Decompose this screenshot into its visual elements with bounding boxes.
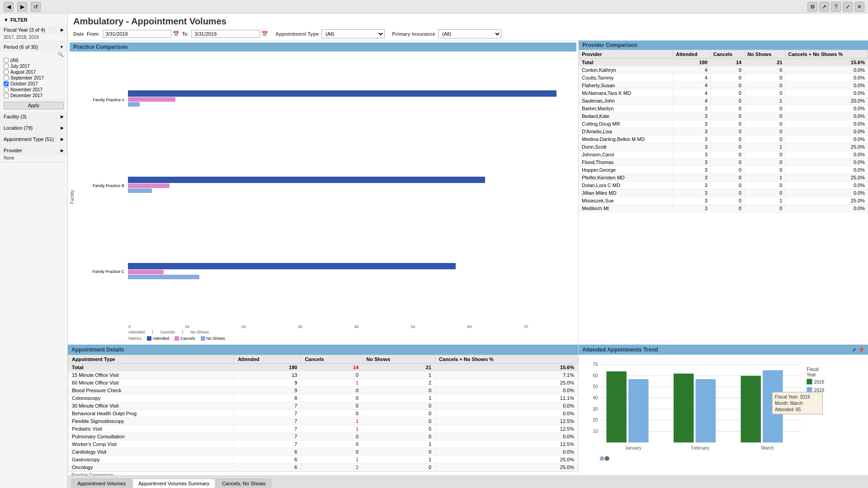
refresh-button[interactable]: ↺ xyxy=(31,2,41,12)
period-search-icon[interactable]: 🔍 xyxy=(57,52,64,57)
panels-row: Practice Comparison Facility Family Prac… xyxy=(68,41,868,344)
apply-button[interactable]: Apply xyxy=(4,102,64,109)
insurance-dropdown[interactable]: (All) xyxy=(438,29,501,38)
td-cancels: 0 xyxy=(710,189,744,197)
from-calendar-icon[interactable]: 📅 xyxy=(173,31,179,37)
td-cancels: 0 xyxy=(710,143,744,151)
td-noshows: 0 xyxy=(363,448,435,456)
share-button[interactable]: ↗ xyxy=(819,2,829,12)
td-attended: 13 xyxy=(234,371,301,379)
td-provider: Conlon,Kathryn xyxy=(579,66,673,74)
tab-appointment-volumes[interactable]: Appointment Volumes xyxy=(71,479,132,488)
td-type: Behavioral Health Outpt Prog xyxy=(68,410,234,418)
fiscal-year-header[interactable]: Fiscal Year (3 of 4) ▶ xyxy=(0,25,67,34)
td-noshows: 1 xyxy=(363,371,435,379)
period-item[interactable]: July 2017 xyxy=(0,63,67,69)
period-item-label: September 2017 xyxy=(10,75,44,80)
close-button[interactable]: ✕ xyxy=(854,2,864,12)
table-row: Johnson,Carol 3 0 0 0.0% xyxy=(579,151,868,159)
period-checkbox[interactable] xyxy=(4,81,9,86)
expand-button[interactable]: ⤢ xyxy=(843,2,853,12)
period-checkbox[interactable] xyxy=(4,64,9,69)
period-item[interactable]: November 2017 xyxy=(0,87,67,93)
period-item-label: December 2017 xyxy=(10,93,42,98)
period-checkbox[interactable] xyxy=(4,75,9,80)
td-noshows: 1 xyxy=(745,143,785,151)
table-row: Dolan,Lora C MD 3 0 0 0.0% xyxy=(579,182,868,189)
td-type: Total xyxy=(68,364,234,371)
td-attended: 3 xyxy=(673,105,710,113)
period-header[interactable]: Period (6 of 30) ▼ xyxy=(0,42,67,52)
x-axis-labels: Attended | Cancels | No Shows xyxy=(128,329,576,334)
period-checkbox[interactable] xyxy=(4,93,9,98)
appt-details-header: Appointment Details xyxy=(68,345,578,355)
appt-table: Appointment Type Attended Cancels No Sho… xyxy=(68,355,578,471)
back-button[interactable]: ◀ xyxy=(4,2,14,12)
trend-pin-btn[interactable]: 📌 xyxy=(858,347,864,353)
appt-table-wrap[interactable]: Appointment Type Attended Cancels No Sho… xyxy=(68,355,578,475)
period-item[interactable]: (All) xyxy=(0,57,67,63)
trend-expand-btn[interactable]: ⤢ xyxy=(852,347,856,353)
svg-text:January: January xyxy=(625,446,642,450)
td-pct: 0.0% xyxy=(785,182,868,189)
appttype-dropdown[interactable]: (All) xyxy=(321,29,385,38)
td-noshows: 0 xyxy=(745,120,785,128)
provider-header[interactable]: Provider ▶ xyxy=(0,146,67,155)
table-row: Worker's Comp Visit 7 0 1 12.5% xyxy=(68,441,578,448)
provider-table-section[interactable]: Provider Attended Cancels No Shows Cance… xyxy=(579,50,868,344)
period-item[interactable]: December 2017 xyxy=(0,93,67,99)
svg-text:20: 20 xyxy=(593,418,598,422)
td-pct: 25.0% xyxy=(435,464,578,471)
from-date-field[interactable] xyxy=(103,30,171,38)
x-legend-cancels: Cancels xyxy=(160,330,175,334)
td-cancels: 0 xyxy=(710,113,744,120)
td-noshows: 0 xyxy=(745,82,785,89)
td-noshows: 0 xyxy=(745,182,785,189)
sidebar-facility-section: Facility (3) ▶ xyxy=(0,111,67,122)
period-checkbox[interactable] xyxy=(4,70,9,75)
practice-comparison-panel: Practice Comparison Facility Family Prac… xyxy=(68,41,578,344)
bar-row-noshows xyxy=(128,188,575,193)
help-button[interactable]: ? xyxy=(831,2,841,12)
td-provider: Medina-Darling,Belkis M MD xyxy=(579,136,673,143)
trend-title: Attended Appoinments Trend xyxy=(582,347,658,353)
period-arrow: ▼ xyxy=(60,45,64,49)
facility-header[interactable]: Facility (3) ▶ xyxy=(0,112,67,121)
to-calendar-icon[interactable]: 📅 xyxy=(261,31,268,37)
period-item[interactable]: September 2017 xyxy=(0,75,67,81)
td-attended: 9 xyxy=(234,387,301,394)
legend-noshows-label: No Shows xyxy=(207,336,225,341)
period-item[interactable]: August 2017 xyxy=(0,69,67,75)
td-cancels: 0 xyxy=(710,136,744,143)
provider-table: Provider Attended Cancels No Shows Cance… xyxy=(579,50,868,212)
tab-cancels,-no-shows[interactable]: Cancels, No Shows xyxy=(216,479,271,488)
tab-appointment-volumes-summary[interactable]: Appointment Volumes Summary xyxy=(132,479,215,488)
period-checkbox[interactable] xyxy=(4,58,9,63)
td-pct: 0.0% xyxy=(785,128,868,136)
location-header[interactable]: Location (79) ▶ xyxy=(0,123,67,132)
bottom-row: Appointment Details Appointment Type Att… xyxy=(68,344,868,475)
td-pct: 0.0% xyxy=(785,166,868,174)
svg-text:30: 30 xyxy=(593,407,598,412)
filter-header[interactable]: ▼ FILTER xyxy=(0,15,67,24)
svg-text:February: February xyxy=(691,446,710,450)
to-date-field[interactable] xyxy=(191,30,260,38)
appttype-header[interactable]: Appointment Type (51) ▶ xyxy=(0,135,67,144)
appttype-filter-label: Appointment Type xyxy=(275,31,319,37)
period-item[interactable]: October 2017 xyxy=(0,81,67,87)
settings-button[interactable]: ⚙ xyxy=(807,2,817,12)
td-noshows: 1 xyxy=(745,97,785,105)
td-type: Cardiology Visit xyxy=(68,448,234,456)
period-checkbox[interactable] xyxy=(4,87,9,92)
content-area: Ambulatory - Appointment Volumes Date Fr… xyxy=(68,14,868,488)
chart-content: Family Practice A Family Practice B Fami… xyxy=(74,53,576,341)
provider-value: None xyxy=(0,155,67,161)
y-labels: Family Practice A Family Practice B Fami… xyxy=(74,53,126,324)
sidebar: ▼ FILTER Fiscal Year (3 of 4) ▶ 2017, 20… xyxy=(0,14,68,488)
td-pct: 0.0% xyxy=(785,89,868,97)
forward-button[interactable]: ▶ xyxy=(17,2,27,12)
table-row: Flexible Sigmoidoscopy 7 1 0 12.5% xyxy=(68,418,578,425)
svg-text:60: 60 xyxy=(593,373,598,378)
td-noshows: 0 xyxy=(745,128,785,136)
td-cancels: 0 xyxy=(710,66,744,74)
